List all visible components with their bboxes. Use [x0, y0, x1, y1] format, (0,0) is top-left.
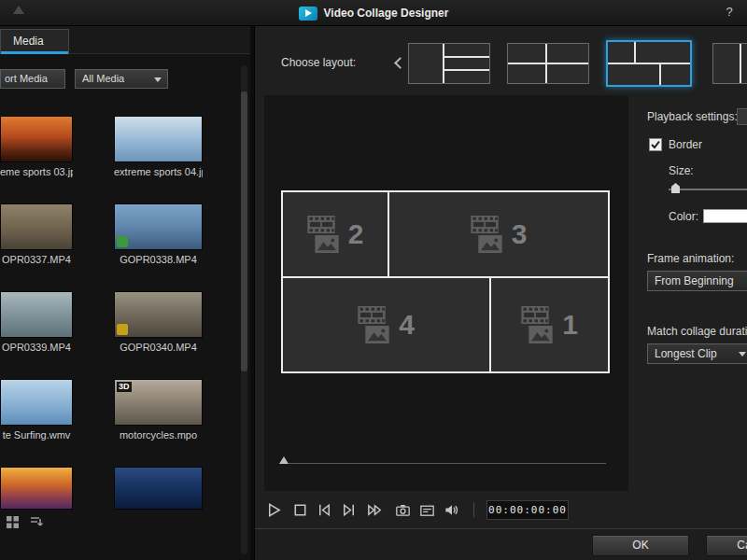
- media-item[interactable]: GOPR0338.MP4: [114, 203, 203, 265]
- tab-media[interactable]: Media: [0, 29, 69, 54]
- next-frame-button[interactable]: [337, 498, 359, 521]
- collage-canvas: 2 3 4: [281, 190, 610, 373]
- ok-button[interactable]: OK: [592, 535, 689, 556]
- frame-animation-dropdown[interactable]: From Beginning: [647, 271, 747, 291]
- sort-order-icon[interactable]: [29, 515, 44, 529]
- layout-template-1[interactable]: [408, 43, 490, 84]
- media-item[interactable]: extreme sports 04.jpg: [114, 116, 203, 177]
- import-media-button[interactable]: ort Media: [0, 69, 65, 89]
- border-size-slider-track[interactable]: [669, 189, 747, 190]
- size-label: Size:: [669, 164, 694, 177]
- file-status-icon: [117, 324, 128, 335]
- media-item[interactable]: OPR0337.MP4: [0, 203, 73, 265]
- playback-settings-label: Playback settings:: [647, 110, 738, 123]
- media-item-label: motorcycles.mpo: [114, 429, 203, 441]
- media-tabbar: Media: [0, 26, 250, 54]
- media-item[interactable]: te Surfing.wmv: [0, 379, 73, 441]
- media-thumbnail[interactable]: [114, 203, 203, 250]
- photo-icon: [365, 326, 389, 343]
- media-thumbnail[interactable]: 3D: [114, 379, 203, 426]
- border-size-slider-handle[interactable]: [671, 183, 680, 193]
- filmstrip-icon: [521, 306, 549, 324]
- collage-cell-3[interactable]: 3: [389, 192, 608, 276]
- settings-sidebar: Playback settings: Border Size: Color: F…: [643, 26, 747, 493]
- border-color-swatch[interactable]: [703, 209, 747, 223]
- layout-scroll-left-button[interactable]: [391, 49, 408, 77]
- previous-frame-button[interactable]: [313, 498, 335, 521]
- media-item[interactable]: [114, 467, 203, 510]
- playback-settings-control[interactable]: [737, 108, 747, 125]
- media-item-label: eme sports 03.jpg: [0, 166, 73, 177]
- transport-bar: 00:00:00:00: [255, 497, 747, 528]
- media-item[interactable]: GOPR0340.MP4: [114, 291, 203, 353]
- border-label: Border: [669, 138, 702, 151]
- collage-cell-2[interactable]: 2: [283, 192, 388, 276]
- cancel-button[interactable]: Cancel: [706, 535, 747, 556]
- stop-button[interactable]: [289, 498, 311, 521]
- collage-cell-1[interactable]: 1: [491, 278, 608, 371]
- media-item[interactable]: 3D motorcycles.mpo: [114, 379, 203, 441]
- filmstrip-icon: [307, 216, 335, 233]
- border-checkbox[interactable]: [649, 138, 662, 151]
- filmstrip-icon: [358, 306, 386, 324]
- timeline-scrubber-track[interactable]: [289, 463, 606, 464]
- media-item[interactable]: eme sports 03.jpg: [0, 116, 73, 177]
- frame-animation-label: Frame animation:: [647, 252, 734, 265]
- media-thumbnail[interactable]: [0, 203, 73, 250]
- video-collage-designer-dialog: Video Collage Designer ? Media ort Media…: [0, 0, 747, 560]
- fast-forward-button[interactable]: [363, 498, 386, 521]
- timecode-display: 00:00:00:00: [486, 500, 569, 520]
- filmstrip-icon: [471, 216, 499, 233]
- frame-animation-value: From Beginning: [655, 274, 734, 287]
- media-item-label: OPR0337.MP4: [0, 254, 73, 265]
- media-thumbnail[interactable]: [0, 467, 73, 510]
- snapshot-button[interactable]: [391, 498, 414, 521]
- media-filter-dropdown[interactable]: All Media: [75, 69, 168, 89]
- media-thumbnail[interactable]: [0, 291, 73, 338]
- library-view-controls: [6, 515, 44, 529]
- 3d-badge: 3D: [117, 382, 132, 392]
- placeholder-icons: [307, 216, 339, 253]
- media-thumbnail[interactable]: [0, 116, 73, 162]
- download-status-icon: [117, 236, 128, 247]
- media-item[interactable]: OPR0339.MP4: [0, 291, 73, 353]
- media-scrollbar[interactable]: [241, 65, 247, 554]
- media-filter-value: All Media: [82, 73, 124, 84]
- media-item-label: extreme sports 04.jpg: [114, 166, 203, 177]
- chevron-down-icon: [739, 352, 746, 357]
- placeholder-icons: [358, 306, 389, 343]
- photo-icon: [315, 235, 339, 253]
- media-item[interactable]: [0, 467, 73, 510]
- designer-panel: Choose layout:: [254, 26, 747, 560]
- timeline-scrubber-handle[interactable]: [279, 456, 289, 464]
- preview-quality-button[interactable]: [416, 498, 438, 521]
- volume-button[interactable]: [440, 498, 462, 521]
- dialog-footer: OK Cancel: [255, 528, 747, 560]
- cell-number: 3: [512, 218, 528, 250]
- cell-number: 2: [348, 218, 364, 250]
- match-duration-value: Longest Clip: [655, 347, 717, 360]
- media-thumbnail[interactable]: [0, 379, 73, 426]
- collage-preview-area: 2 3 4: [264, 95, 628, 491]
- photo-icon: [478, 235, 502, 253]
- media-thumbnail[interactable]: [114, 467, 203, 510]
- chevron-down-icon: [154, 77, 162, 82]
- match-duration-dropdown[interactable]: Longest Clip: [647, 343, 747, 364]
- media-thumbnail[interactable]: [114, 116, 203, 162]
- check-icon: [650, 139, 661, 150]
- cell-number: 1: [562, 309, 578, 341]
- dialog-title: Video Collage Designer: [324, 7, 449, 20]
- choose-layout-label: Choose layout:: [281, 56, 356, 69]
- media-thumbnail[interactable]: [114, 291, 203, 338]
- thumbnail-view-icon[interactable]: [6, 515, 20, 529]
- photo-icon: [529, 326, 553, 343]
- layout-template-2[interactable]: [507, 43, 589, 84]
- media-item-label: te Surfing.wmv: [0, 429, 73, 441]
- help-button[interactable]: ?: [721, 5, 738, 19]
- play-button[interactable]: [262, 498, 285, 521]
- placeholder-icons: [521, 306, 553, 343]
- app-logo-icon: [299, 7, 317, 21]
- collage-cell-4[interactable]: 4: [283, 278, 489, 371]
- scrollbar-thumb[interactable]: [241, 91, 247, 371]
- color-label: Color:: [669, 210, 698, 223]
